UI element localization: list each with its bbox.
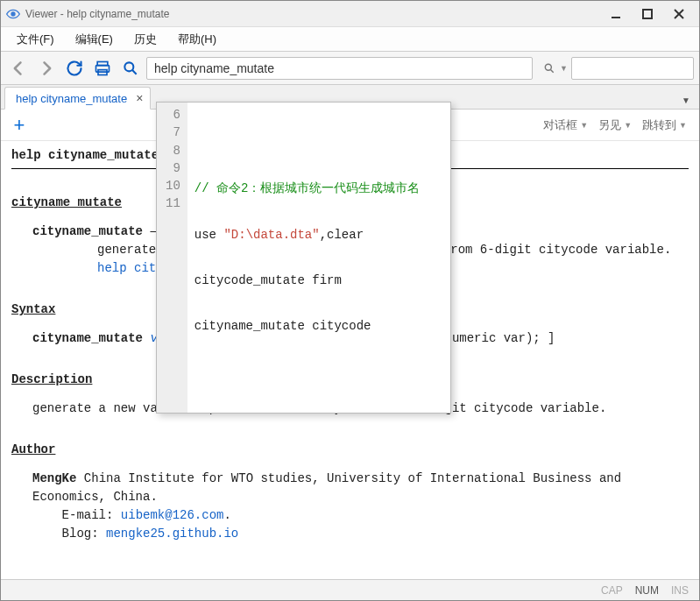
chevron-down-icon: ▼ bbox=[679, 121, 687, 130]
svg-rect-2 bbox=[643, 10, 652, 18]
svg-point-0 bbox=[11, 12, 15, 16]
chevron-down-icon: ▼ bbox=[624, 121, 632, 130]
titlebar: Viewer - help cityname_mutate bbox=[1, 1, 699, 27]
close-button[interactable] bbox=[664, 4, 694, 24]
status-num: NUM bbox=[635, 584, 659, 597]
window-title: Viewer - help cityname_mutate bbox=[25, 8, 601, 20]
menu-edit[interactable]: 编辑(E) bbox=[65, 27, 124, 51]
find-button[interactable] bbox=[118, 56, 143, 81]
menubar: 文件(F) 编辑(E) 历史 帮助(H) bbox=[1, 27, 699, 52]
status-bar: CAP NUM INS bbox=[1, 579, 699, 600]
search-input[interactable] bbox=[571, 57, 694, 80]
svg-point-8 bbox=[124, 62, 133, 71]
command-name: cityname_mutate bbox=[32, 224, 143, 238]
status-ins: INS bbox=[671, 584, 689, 597]
blog-link[interactable]: mengke25.github.io bbox=[106, 527, 238, 541]
viewer-window: Viewer - help cityname_mutate 文件(F) 编辑(E… bbox=[0, 0, 700, 601]
svg-line-11 bbox=[550, 69, 553, 72]
svg-rect-1 bbox=[612, 17, 620, 18]
jumpto-button[interactable]: 跳转到▼ bbox=[639, 115, 690, 136]
svg-point-10 bbox=[545, 64, 551, 70]
search-icon[interactable] bbox=[541, 57, 557, 80]
toolbar: ▼ bbox=[1, 52, 699, 85]
author-name: MengKe bbox=[32, 471, 76, 485]
menu-help[interactable]: 帮助(H) bbox=[167, 27, 227, 51]
action-right-group: 对话框▼ 另见▼ 跳转到▼ bbox=[540, 115, 690, 136]
tab-close-icon[interactable]: × bbox=[136, 92, 143, 104]
section-author: Author bbox=[11, 441, 689, 459]
search-scope-dropdown[interactable]: ▼ bbox=[560, 64, 569, 73]
minimize-button[interactable] bbox=[601, 4, 631, 24]
search-group: ▼ bbox=[541, 57, 694, 80]
code-lines: // 命令2：根据城市统一代码生成城市名 use "D:\data.dta",c… bbox=[187, 103, 428, 413]
dialogbox-button[interactable]: 对话框▼ bbox=[540, 115, 591, 136]
print-button[interactable] bbox=[90, 56, 115, 81]
line-gutter: 6 7 8 9 10 11 bbox=[157, 103, 187, 413]
author-block: MengKe China Institute for WTO studies, … bbox=[32, 470, 689, 543]
chevron-down-icon: ▼ bbox=[580, 121, 588, 130]
window-controls bbox=[601, 4, 694, 24]
seealso-button[interactable]: 另见▼ bbox=[595, 115, 635, 136]
menu-history[interactable]: 历史 bbox=[124, 27, 167, 51]
tab-overflow-dropdown[interactable]: ▼ bbox=[678, 92, 694, 109]
refresh-button[interactable] bbox=[62, 56, 87, 81]
add-tab-button[interactable]: + bbox=[10, 114, 29, 137]
back-button[interactable] bbox=[6, 56, 31, 81]
maximize-button[interactable] bbox=[633, 4, 662, 24]
svg-line-9 bbox=[132, 70, 137, 74]
status-cap: CAP bbox=[601, 584, 623, 597]
email-link[interactable]: uibemk@126.com bbox=[121, 508, 224, 522]
app-icon bbox=[6, 7, 20, 21]
forward-button[interactable] bbox=[34, 56, 59, 81]
menu-file[interactable]: 文件(F) bbox=[6, 27, 65, 51]
tab-label: help cityname_mutate bbox=[16, 92, 127, 105]
address-input[interactable] bbox=[146, 57, 533, 80]
code-tooltip: 6 7 8 9 10 11 // 命令2：根据城市统一代码生成城市名 use "… bbox=[156, 102, 451, 414]
tab-help-cityname-mutate[interactable]: help cityname_mutate × bbox=[4, 87, 151, 110]
